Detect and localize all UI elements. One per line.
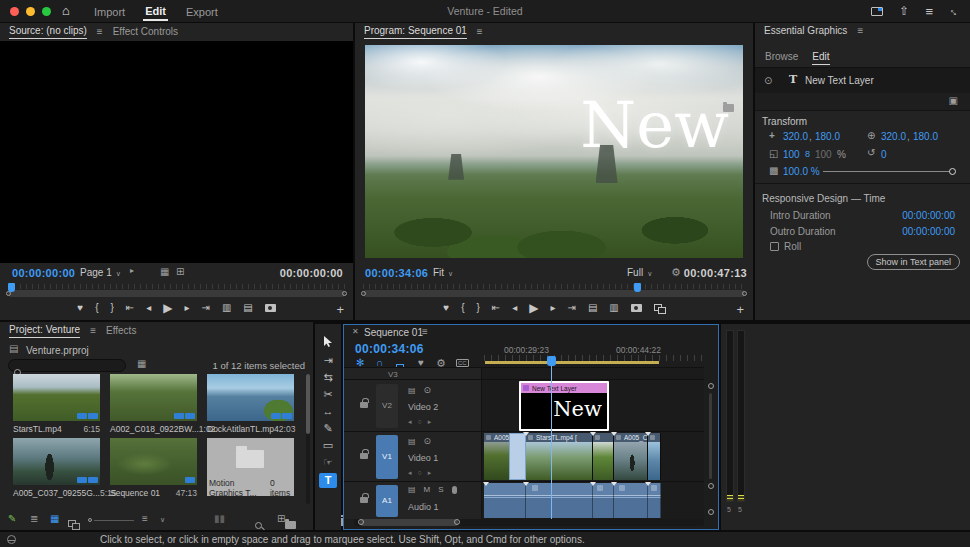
show-in-text-panel-button[interactable]: Show in Text panel	[867, 254, 960, 270]
button-editor-icon[interactable]: ⊞	[176, 267, 184, 277]
project-item[interactable]: A002_C018_0922BW...1:02	[110, 374, 197, 434]
new-group-folder-icon[interactable]	[723, 104, 734, 112]
tab-project[interactable]: Project: Venture	[9, 324, 80, 338]
lock-icon[interactable]	[360, 453, 368, 459]
go-to-in-icon[interactable]: ⇤	[126, 303, 134, 313]
program-button-editor-plus[interactable]: +	[736, 302, 744, 317]
comparison-view-icon[interactable]	[654, 304, 665, 313]
page-selector[interactable]: Page 1∨	[80, 267, 121, 278]
panel-menu-icon[interactable]: ≡	[422, 327, 428, 337]
mute-button[interactable]: M	[424, 486, 431, 494]
track-v3-lane[interactable]: V3	[344, 367, 704, 379]
audio-clip[interactable]	[484, 483, 526, 518]
new-layer-icon[interactable]: ▣	[949, 96, 958, 106]
audio-clip[interactable]	[526, 483, 593, 518]
program-timecode[interactable]: 00:00:34:06	[365, 267, 428, 279]
close-sequence-icon[interactable]: ✕	[352, 328, 359, 336]
tab-browse[interactable]: Browse	[765, 51, 798, 65]
audio-clip[interactable]	[648, 483, 661, 518]
next-page-icon[interactable]: ▸	[130, 267, 134, 275]
overwrite-icon[interactable]: ▤	[243, 303, 252, 313]
item-name[interactable]: Sequence 01	[110, 488, 160, 498]
source-button-editor-plus[interactable]: +	[336, 302, 344, 317]
search-input[interactable]	[8, 359, 126, 372]
icon-view-icon[interactable]: ▦	[50, 514, 59, 524]
scale-value[interactable]: 100	[783, 149, 800, 160]
track-visibility-eye-icon[interactable]: ⊙	[424, 437, 432, 446]
tab-source[interactable]: Source: (no clips)	[9, 25, 87, 39]
program-playhead[interactable]	[634, 283, 641, 292]
timeline-playhead[interactable]	[547, 356, 556, 366]
audio-clip[interactable]	[614, 483, 648, 518]
source-playhead[interactable]	[8, 283, 15, 292]
timeline-clip[interactable]: StarsTL.mp4 [	[526, 433, 593, 480]
pen-tool[interactable]: ✎	[315, 422, 341, 435]
track-select-forward-tool[interactable]: ⇥	[315, 354, 341, 367]
vscrollbar[interactable]	[709, 393, 712, 479]
automate-to-sequence-icon[interactable]: ▮▮	[214, 514, 225, 524]
item-name[interactable]: Motion Graphics T...	[209, 478, 270, 498]
transform-section-label[interactable]: Transform	[762, 116, 807, 127]
play-icon[interactable]: ▶	[163, 302, 172, 314]
track-a1-target[interactable]: A1	[376, 485, 398, 517]
track-v2-target[interactable]: V2	[376, 384, 398, 428]
play-icon[interactable]: ▶	[529, 302, 538, 314]
opacity-value[interactable]: 100.0 %	[783, 166, 820, 177]
rotation-value[interactable]: 0	[881, 149, 887, 160]
responsive-design-label[interactable]: Responsive Design — Time	[762, 193, 885, 204]
audio-clip[interactable]	[593, 483, 614, 518]
layer-name[interactable]: New Text Layer	[805, 75, 874, 86]
scale-y-value[interactable]: 100	[815, 149, 832, 160]
timeline-timecode[interactable]: 00:00:34:06	[355, 342, 424, 356]
project-item[interactable]: Sequence 0147:13	[110, 438, 197, 498]
panel-menu-icon[interactable]: ≡	[90, 326, 96, 336]
selection-tool[interactable]	[315, 336, 341, 350]
project-item-folder-selected[interactable]: Motion Graphics T...0 items	[207, 438, 294, 496]
add-marker-icon[interactable]: ♥	[77, 303, 83, 313]
sync-lock-icon[interactable]: ▤	[408, 387, 416, 395]
zoom-slider[interactable]	[94, 520, 134, 521]
tab-program[interactable]: Program: Sequence 01	[364, 25, 467, 39]
panel-menu-icon[interactable]: ≡	[857, 26, 863, 36]
project-item[interactable]: A005_C037_09255G...5:15	[13, 438, 100, 498]
clip-thumbnail[interactable]	[13, 374, 100, 421]
item-name[interactable]: StarsTL.mp4	[13, 424, 62, 434]
lock-icon[interactable]	[360, 402, 368, 408]
track-v2-name[interactable]: Video 2	[408, 402, 438, 412]
opacity-slider-knob[interactable]	[949, 168, 956, 175]
keyframe-nav-arrows[interactable]: ◂○▸	[408, 469, 437, 477]
track-visibility-eye-icon[interactable]: ⊙	[424, 386, 432, 395]
export-frame-icon[interactable]	[265, 304, 276, 312]
mark-in-icon[interactable]: {	[461, 303, 464, 313]
source-viewer[interactable]	[0, 41, 353, 263]
timeline-clip[interactable]	[593, 433, 614, 480]
extract-icon[interactable]: ▥	[609, 303, 618, 313]
source-scrubber[interactable]	[8, 284, 345, 298]
track-v1-name[interactable]: Video 1	[408, 453, 438, 463]
position-x-value[interactable]: 320.0	[783, 131, 808, 142]
zoom-slider-knob[interactable]	[88, 518, 92, 522]
voiceover-mic-icon[interactable]	[452, 486, 457, 494]
menu-icon[interactable]: ≡	[925, 5, 933, 18]
source-timecode[interactable]: 00:00:00:00	[12, 267, 75, 279]
program-scrubber[interactable]	[363, 284, 745, 298]
playback-resolution-select[interactable]: Full∨	[627, 267, 652, 278]
sync-lock-icon[interactable]: ▤	[408, 438, 416, 446]
mark-out-icon[interactable]: }	[110, 303, 113, 313]
opacity-slider[interactable]	[823, 171, 952, 172]
track-a1-name[interactable]: Audio 1	[408, 502, 439, 512]
item-name[interactable]: DockAtitlanTL.mp4	[207, 424, 279, 434]
panel-menu-icon[interactable]: ≡	[97, 27, 103, 37]
anchor-y-value[interactable]: 180.0	[913, 131, 938, 142]
item-name[interactable]: A005_C037_09255G...	[13, 488, 100, 498]
track-v3-label[interactable]: V3	[388, 370, 398, 379]
tab-effect-controls[interactable]: Effect Controls	[113, 26, 178, 39]
go-to-in-icon[interactable]: ⇤	[492, 303, 500, 313]
mark-in-icon[interactable]: {	[95, 303, 98, 313]
hscroll-handle[interactable]	[454, 519, 460, 525]
outro-duration-value[interactable]: 00:00:00:00	[902, 226, 955, 237]
writable-pen-icon[interactable]: ✎	[8, 514, 16, 524]
add-marker-icon[interactable]: ♥	[443, 303, 449, 313]
anchor-x-value[interactable]: 320.0	[881, 131, 906, 142]
transition-cross-dissolve[interactable]	[509, 433, 526, 480]
